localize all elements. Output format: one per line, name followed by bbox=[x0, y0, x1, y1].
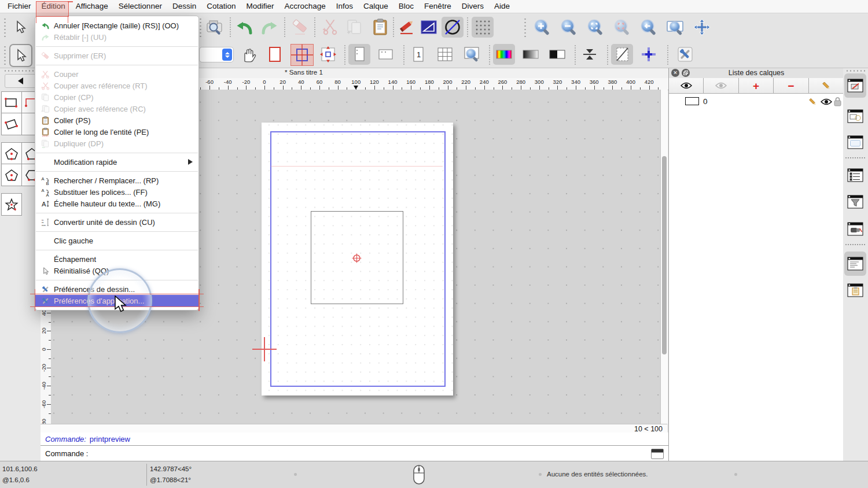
command-input[interactable]: Commande : bbox=[41, 445, 668, 461]
menubar-item-fenetre[interactable]: Fenêtre bbox=[419, 0, 457, 13]
zoom-selection-button[interactable] bbox=[611, 17, 633, 38]
menubar-item-bloc[interactable]: Bloc bbox=[393, 0, 419, 13]
selection-tool-button[interactable] bbox=[9, 44, 32, 67]
layer-edit-pencil-icon[interactable] bbox=[808, 97, 817, 106]
measure-button[interactable] bbox=[418, 17, 440, 38]
layer-visibility-eye-icon[interactable] bbox=[821, 98, 832, 106]
redo-button[interactable] bbox=[258, 17, 280, 38]
menubar-item-modifier[interactable]: Modifier bbox=[241, 0, 279, 13]
one-page-button[interactable]: 1 bbox=[407, 44, 429, 65]
menubar-item-selectionner[interactable]: Sélectionner bbox=[113, 0, 167, 13]
block-list-dock-icon[interactable] bbox=[844, 104, 866, 128]
print-preview-button[interactable] bbox=[204, 17, 226, 38]
palette-back-button[interactable] bbox=[5, 74, 36, 88]
menubar-item-infos[interactable]: Infos bbox=[331, 0, 358, 13]
page-border-button[interactable] bbox=[264, 44, 286, 65]
add-layer-button[interactable]: + bbox=[739, 78, 774, 94]
page-zoom-button[interactable] bbox=[461, 44, 483, 65]
library-browser-dock-icon[interactable] bbox=[844, 130, 866, 154]
fit-page-button[interactable] bbox=[317, 44, 339, 65]
selection-pointer-icon[interactable] bbox=[9, 17, 31, 38]
draft-mode-button[interactable] bbox=[611, 44, 633, 65]
menubar-item-cotation[interactable]: Cotation bbox=[201, 0, 241, 13]
layer-color-swatch[interactable] bbox=[685, 97, 699, 105]
portrait-page-button[interactable] bbox=[348, 44, 370, 65]
circle-diagonal-button[interactable] bbox=[442, 17, 464, 38]
menu-item-copier-avec-reference-rc[interactable]: Copier avec référence (RC) bbox=[35, 103, 198, 114]
menu-item-echelle-hauteur-du-texte-mg[interactable]: AÉchelle hauteur du texte... (MG) bbox=[35, 198, 198, 209]
full-color-button[interactable] bbox=[493, 44, 515, 65]
app-preferences-button[interactable] bbox=[674, 44, 696, 65]
menubar-item-edition[interactable]: Édition bbox=[36, 0, 71, 13]
menu-item-retablir-uu[interactable]: Rétablir [-] (UU) bbox=[35, 31, 198, 43]
menu-item-coller-ps[interactable]: Coller (PS) bbox=[35, 114, 198, 126]
polygon-center-corner-tool[interactable] bbox=[1, 142, 22, 165]
zoom-in-button[interactable] bbox=[531, 17, 553, 38]
menu-item-substituer-les-polices-ff[interactable]: AASubstituer les polices... (FF) bbox=[35, 186, 198, 198]
menubar-item-accrochage[interactable]: Accrochage bbox=[279, 0, 330, 13]
menubar-item-divers[interactable]: Divers bbox=[457, 0, 489, 13]
stepper-icon[interactable] bbox=[222, 49, 232, 61]
menu-item-copier-cp[interactable]: Copier (CP) bbox=[35, 91, 198, 103]
polygon-center-side-tool[interactable] bbox=[1, 164, 22, 186]
menu-item-supprimer-er[interactable]: Supprimer (ER) bbox=[35, 50, 198, 61]
palette-drag-handle[interactable] bbox=[3, 69, 36, 72]
zoom-pan-button[interactable] bbox=[691, 17, 713, 38]
crosshair-button[interactable] bbox=[638, 44, 660, 65]
copy-button[interactable] bbox=[344, 17, 366, 38]
paste-button[interactable] bbox=[369, 17, 391, 38]
snap-grid-button[interactable] bbox=[472, 17, 494, 38]
zoom-window-button[interactable] bbox=[664, 17, 686, 38]
show-all-layers-button[interactable] bbox=[669, 78, 704, 94]
menubar-item-aide[interactable]: Aide bbox=[489, 0, 515, 13]
toolbar-drag-handle[interactable] bbox=[3, 17, 6, 37]
cut-button[interactable] bbox=[319, 17, 341, 38]
pan-hand-button[interactable] bbox=[237, 44, 259, 65]
rectangle-size-tool[interactable] bbox=[1, 91, 22, 114]
menu-item-echapement[interactable]: Échapement bbox=[35, 253, 198, 265]
zoom-previous-button[interactable] bbox=[638, 17, 660, 38]
zoom-out-button[interactable] bbox=[558, 17, 580, 38]
multi-page-button[interactable] bbox=[434, 44, 456, 65]
print-preview-toggle-button[interactable] bbox=[290, 44, 314, 66]
vertical-scrollbar[interactable] bbox=[660, 90, 668, 424]
menu-item-convertir-unite-de-dessin-cu[interactable]: inmmmConvertir unité de dessin (CU) bbox=[35, 216, 198, 228]
toolbar-drag-handle[interactable] bbox=[3, 45, 6, 65]
collapse-button[interactable] bbox=[579, 44, 601, 65]
menubar-item-fichier[interactable]: Fichier bbox=[2, 0, 36, 13]
menu-item-annuler-rectangle-taille-rs-oo[interactable]: Annuler [Rectangle (taille) (RS)] (OO) bbox=[35, 20, 198, 31]
layer-list-dock-icon[interactable] bbox=[844, 73, 866, 98]
selection-filter-dock-icon[interactable] bbox=[844, 190, 866, 214]
preview-scale-combo[interactable] bbox=[199, 47, 234, 62]
vertical-scrollbar-thumb[interactable] bbox=[662, 156, 667, 354]
menubar-item-affichage[interactable]: Affichage bbox=[71, 0, 113, 13]
clipboard-dock-icon[interactable] bbox=[844, 278, 866, 302]
menu-item-couper[interactable]: Couper bbox=[35, 68, 198, 80]
pencil-button[interactable] bbox=[396, 17, 418, 38]
circle-cross-entity[interactable] bbox=[351, 253, 362, 264]
command-window-toggle-button[interactable] bbox=[651, 449, 664, 459]
dock-drag-handle[interactable] bbox=[845, 69, 865, 72]
landscape-page-button[interactable] bbox=[375, 44, 397, 65]
zoom-auto-button[interactable] bbox=[584, 17, 606, 38]
undo-button[interactable] bbox=[234, 17, 256, 38]
toolbar-drag-handle[interactable] bbox=[199, 17, 202, 37]
property-list-dock-icon[interactable] bbox=[844, 163, 866, 187]
menubar-item-calque[interactable]: Calque bbox=[358, 0, 393, 13]
toolbar-drag-handle[interactable] bbox=[524, 17, 527, 37]
black-white-button[interactable] bbox=[546, 44, 568, 65]
menubar-item-dessin[interactable]: Dessin bbox=[167, 0, 201, 13]
delete-button[interactable] bbox=[289, 17, 311, 38]
command-line-dock-icon[interactable] bbox=[844, 252, 866, 276]
rotated-rectangle-tool[interactable] bbox=[1, 113, 22, 135]
layer-lock-icon[interactable] bbox=[834, 97, 841, 106]
remove-layer-button[interactable]: − bbox=[774, 78, 808, 94]
menu-item-dupliquer-dp[interactable]: Dupliquer (DP) bbox=[35, 138, 198, 149]
viewport-dock-icon[interactable] bbox=[844, 217, 866, 241]
layer-row[interactable]: 0 bbox=[669, 94, 844, 109]
menu-item-coller-le-long-de-lentite-pe[interactable]: Coller le long de l'entité (PE) bbox=[35, 126, 198, 138]
edit-layer-button[interactable] bbox=[809, 78, 844, 94]
menu-item-modification-rapide[interactable]: Modification rapide bbox=[35, 156, 198, 168]
menu-item-rechercher-remplacer-rp[interactable]: ABRechercher / Remplacer... (RP) bbox=[35, 175, 198, 186]
grayscale-button[interactable] bbox=[520, 44, 542, 65]
